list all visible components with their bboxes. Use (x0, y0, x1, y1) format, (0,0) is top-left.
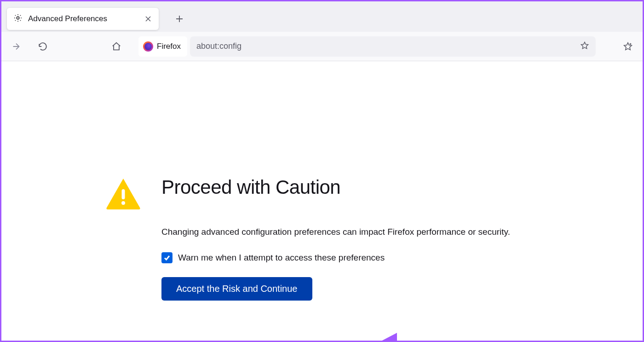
warning-triangle-icon (105, 177, 141, 212)
annotation-arrow-icon (356, 329, 586, 342)
accept-risk-button[interactable]: Accept the Risk and Continue (161, 277, 312, 301)
url-input[interactable] (196, 41, 580, 51)
identity-label: Firefox (157, 42, 181, 51)
warn-checkbox-label: Warn me when I attempt to access these p… (178, 253, 385, 263)
close-tab-icon[interactable] (144, 15, 152, 23)
forward-button[interactable] (10, 40, 23, 53)
bookmark-star-icon[interactable] (580, 41, 589, 52)
warn-checkbox-row: Warn me when I attempt to access these p… (161, 252, 547, 263)
caution-description: Changing advanced configuration preferen… (161, 226, 547, 238)
urlbar-container: Firefox (137, 36, 596, 57)
identity-box[interactable]: Firefox (138, 36, 187, 57)
firefox-logo-icon (143, 41, 153, 52)
tab-strip: Advanced Preferences (1, 1, 643, 32)
new-tab-button[interactable] (171, 10, 188, 28)
home-button[interactable] (110, 40, 123, 53)
extensions-button[interactable] (621, 40, 634, 53)
warn-checkbox[interactable] (161, 252, 172, 263)
caution-panel: Proceed with Caution Changing advanced c… (105, 176, 547, 301)
nav-toolbar: Firefox (1, 32, 643, 61)
gear-icon (13, 13, 23, 24)
browser-tab[interactable]: Advanced Preferences (7, 8, 159, 30)
reload-button[interactable] (36, 40, 49, 53)
tab-title: Advanced Preferences (28, 14, 138, 23)
svg-point-0 (17, 17, 19, 19)
caution-body: Proceed with Caution Changing advanced c… (161, 176, 547, 301)
svg-rect-1 (122, 189, 125, 199)
svg-point-2 (121, 201, 125, 205)
address-bar[interactable] (190, 36, 596, 57)
page-content: Proceed with Caution Changing advanced c… (1, 61, 643, 341)
caution-title: Proceed with Caution (161, 176, 547, 198)
